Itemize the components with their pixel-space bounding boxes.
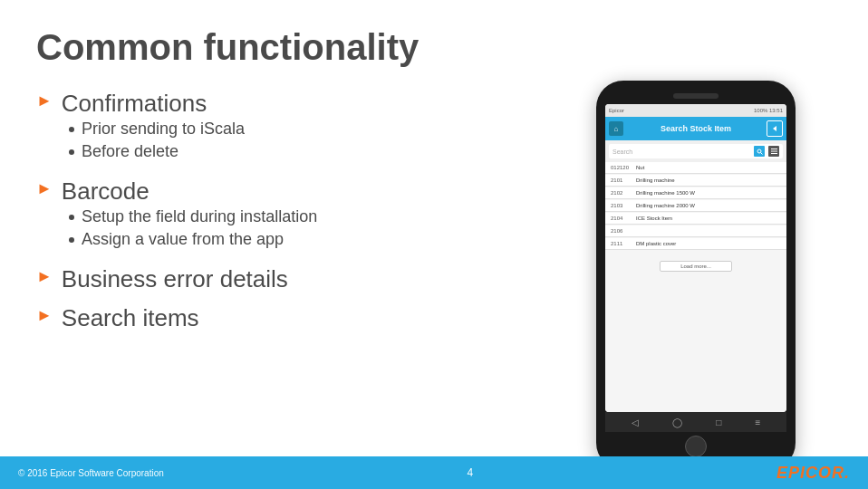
arrow-icon: ► (36, 267, 53, 286)
phone-list-area: 012120 Nut 2101 Drilling machine 2102 Dr… (605, 162, 786, 412)
footer-page: 4 (468, 466, 474, 479)
bullet-search-items: ► Search items (36, 304, 542, 332)
bullet-business-error: ► Business error details (36, 265, 542, 293)
arrow-icon: ► (36, 306, 53, 325)
item-name: ICE Stock Item (636, 216, 672, 221)
slide: Common functionality ► Confirmations Pri… (0, 0, 868, 489)
nav-home-icon[interactable]: ◯ (672, 417, 682, 427)
arrow-icon: ► (36, 91, 53, 110)
item-name: Drilling machine 2000 W (636, 203, 695, 208)
sub-bullets-barcode: Setup the field during installation Assi… (69, 207, 542, 249)
item-code: 2103 (611, 203, 636, 208)
phone-nav-bar: ◁ ◯ □ ≡ (605, 412, 786, 432)
item-code: 2111 (611, 241, 636, 246)
footer: © 2016 Epicor Software Corporation 4 EPI… (0, 456, 868, 489)
item-code: 2104 (611, 216, 636, 221)
dot-icon (69, 237, 74, 243)
bullet-label: Confirmations (62, 90, 207, 118)
nav-square-icon[interactable]: □ (716, 417, 721, 427)
sub-bullet-text: Prior sending to iScala (82, 120, 245, 139)
app-header: ⌂ Search Stock Item (605, 117, 786, 140)
svg-marker-0 (773, 126, 776, 131)
svg-point-1 (757, 149, 761, 153)
svg-rect-5 (771, 153, 777, 154)
search-placeholder: Search (612, 149, 750, 155)
sub-bullet: Assign a value from the app (69, 230, 542, 249)
sub-bullet: Setup the field during installation (69, 207, 542, 226)
sub-bullet: Prior sending to iScala (69, 120, 542, 139)
nav-back-icon[interactable]: ◁ (632, 417, 639, 427)
list-item[interactable]: 2103 Drilling machine 2000 W (605, 200, 786, 212)
content-area: ► Confirmations Prior sending to iScala … (36, 90, 832, 461)
item-name: Drilling machine 1500 W (636, 190, 695, 196)
phone-speaker (673, 93, 719, 99)
logo-text: EPICOR (776, 464, 844, 482)
list-view-button[interactable] (768, 146, 779, 157)
phone-home-button[interactable] (685, 436, 707, 457)
list-item[interactable]: 2101 Drilling machine (605, 175, 786, 187)
search-bar[interactable]: Search (609, 144, 783, 158)
phone-mockup: Epicor 100% 13:51 ⌂ Search Stock Item Se… (596, 81, 796, 470)
svg-rect-4 (771, 151, 777, 152)
sub-bullets-confirmations: Prior sending to iScala Before delete (69, 120, 542, 161)
sub-bullet-text: Setup the field during installation (82, 207, 317, 226)
left-content: ► Confirmations Prior sending to iScala … (36, 90, 560, 461)
app-header-title: Search Stock Item (661, 124, 731, 133)
back-button[interactable] (767, 120, 783, 137)
dot-icon (69, 127, 74, 132)
item-name: Nut (636, 165, 644, 170)
footer-copyright: © 2016 Epicor Software Corporation (18, 468, 164, 478)
footer-logo: EPICOR. (776, 464, 850, 483)
item-code: 012120 (611, 165, 636, 170)
bullet-item: ► Confirmations (36, 90, 542, 118)
bullet-label: Search items (62, 304, 199, 332)
phone-status-bar: Epicor 100% 13:51 (605, 104, 786, 117)
sub-bullet: Before delete (69, 142, 542, 161)
bullet-label: Barcode (62, 177, 149, 206)
list-item[interactable]: 2104 ICE Stock Item (605, 213, 786, 225)
item-name: DM plastic cover (636, 241, 676, 246)
list-item[interactable]: 2106 (605, 225, 786, 237)
arrow-icon: ► (36, 179, 53, 198)
nav-menu-icon[interactable]: ≡ (755, 417, 760, 427)
slide-title: Common functionality (36, 27, 832, 68)
item-code: 2106 (611, 228, 636, 234)
list-item[interactable]: 2102 Drilling machine 1500 W (605, 187, 786, 199)
item-code: 2102 (611, 190, 636, 196)
dot-icon (69, 149, 74, 155)
load-more-button[interactable]: Load more... (660, 261, 732, 272)
bullet-barcode: ► Barcode Setup the field during install… (36, 177, 542, 254)
bullet-item: ► Barcode (36, 177, 542, 206)
phone-screen: Epicor 100% 13:51 ⌂ Search Stock Item Se… (605, 104, 786, 412)
search-button[interactable] (754, 146, 765, 157)
status-right: 100% 13:51 (754, 108, 783, 113)
list-item[interactable]: 2111 DM plastic cover (605, 238, 786, 250)
sub-bullet-text: Before delete (82, 142, 178, 161)
svg-rect-3 (771, 149, 777, 149)
dot-icon (69, 215, 74, 220)
sub-bullet-text: Assign a value from the app (82, 230, 284, 249)
list-item[interactable]: 012120 Nut (605, 162, 786, 174)
home-icon[interactable]: ⌂ (609, 121, 623, 136)
status-left: Epicor (609, 108, 624, 113)
item-name: Drilling machine (636, 177, 675, 183)
bullet-label: Business error details (62, 265, 288, 293)
item-code: 2101 (611, 177, 636, 183)
phone-area: Epicor 100% 13:51 ⌂ Search Stock Item Se… (560, 90, 832, 461)
svg-line-2 (760, 152, 762, 154)
bullet-confirmations: ► Confirmations Prior sending to iScala … (36, 90, 542, 167)
